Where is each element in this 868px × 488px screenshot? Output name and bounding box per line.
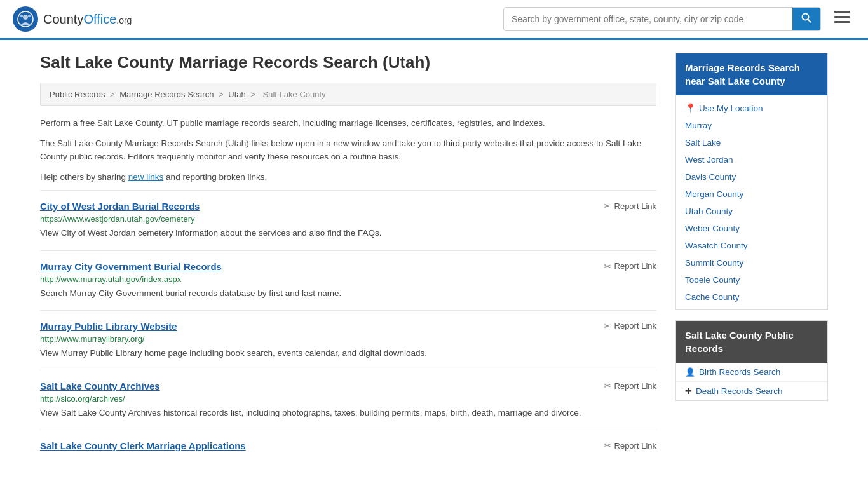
breadcrumb: Public Records > Marriage Records Search… — [40, 83, 656, 106]
breadcrumb-public-records[interactable]: Public Records — [50, 90, 105, 99]
logo-area: CountyOffice.org — [13, 6, 132, 32]
nearby-link[interactable]: Summit County — [685, 258, 743, 268]
record-url: https://www.westjordan.utah.gov/cemetery — [40, 214, 656, 224]
record-title-row: City of West Jordan Burial Records ✂ Rep… — [40, 201, 656, 212]
new-links-link[interactable]: new links — [128, 172, 164, 182]
death-records-icon: ✚ — [685, 386, 692, 396]
svg-point-4 — [803, 14, 809, 20]
nearby-wasatch-county[interactable]: Wasatch County — [676, 237, 827, 254]
report-link[interactable]: ✂ Report Link — [604, 381, 656, 391]
report-link[interactable]: ✂ Report Link — [604, 261, 656, 271]
record-title-link[interactable]: Murray City Government Burial Records — [40, 261, 222, 272]
search-input[interactable] — [504, 9, 792, 29]
breadcrumb-salt-lake-county: Salt Lake County — [263, 90, 326, 99]
record-title-row: Murray City Government Burial Records ✂ … — [40, 261, 656, 272]
nearby-link[interactable]: Davis County — [685, 172, 736, 182]
nearby-tooele-county[interactable]: Tooele County — [676, 271, 827, 288]
site-header: CountyOffice.org — [0, 0, 868, 40]
report-link[interactable]: ✂ Report Link — [604, 321, 656, 331]
nearby-murray[interactable]: Murray — [676, 117, 827, 134]
search-button[interactable] — [792, 8, 820, 30]
nearby-davis-county[interactable]: Davis County — [676, 168, 827, 186]
nearby-link[interactable]: Utah County — [685, 207, 733, 216]
report-icon: ✂ — [604, 201, 611, 211]
use-location-link[interactable]: Use My Location — [699, 104, 763, 113]
record-entry: Murray Public Library Website ✂ Report L… — [40, 310, 656, 370]
report-link[interactable]: ✂ Report Link — [604, 201, 656, 211]
record-entry: Salt Lake County Clerk Marriage Applicat… — [40, 430, 656, 464]
record-title-link[interactable]: Murray Public Library Website — [40, 321, 177, 332]
record-desc: View City of West Jordan cemetery inform… — [40, 227, 656, 240]
record-title-row: Salt Lake County Archives ✂ Report Link — [40, 381, 656, 391]
main-content: Salt Lake County Marriage Records Search… — [21, 40, 847, 477]
intro-text-1: Perform a free Salt Lake County, UT publ… — [40, 116, 656, 130]
svg-rect-7 — [834, 16, 850, 18]
nearby-link[interactable]: Morgan County — [685, 189, 743, 199]
breadcrumb-marriage-records[interactable]: Marriage Records Search — [119, 90, 214, 99]
nearby-header: Marriage Records Search near Salt Lake C… — [676, 53, 827, 95]
death-records-link[interactable]: Death Records Search — [696, 386, 783, 396]
record-url: http://www.murray.utah.gov/index.aspx — [40, 274, 656, 284]
nearby-salt-lake[interactable]: Salt Lake — [676, 134, 827, 151]
nearby-west-jordan[interactable]: West Jordan — [676, 151, 827, 168]
record-url: http://slco.org/archives/ — [40, 394, 656, 403]
svg-line-5 — [808, 20, 811, 23]
intro-text-2: The Salt Lake County Marriage Records Se… — [40, 137, 656, 164]
record-entry: Murray City Government Burial Records ✂ … — [40, 250, 656, 310]
nearby-link[interactable]: Tooele County — [685, 275, 740, 285]
nearby-link[interactable]: Murray — [685, 121, 712, 130]
record-title-link[interactable]: Salt Lake County Clerk Marriage Applicat… — [40, 440, 246, 451]
breadcrumb-utah[interactable]: Utah — [228, 90, 245, 99]
hamburger-menu-icon[interactable] — [829, 8, 855, 30]
svg-point-2 — [20, 15, 23, 17]
record-title-row: Salt Lake County Clerk Marriage Applicat… — [40, 440, 656, 451]
public-records-section: Salt Lake County Public Records 👤 Birth … — [675, 320, 828, 401]
report-icon: ✂ — [604, 440, 611, 451]
left-column: Salt Lake County Marriage Records Search… — [40, 53, 656, 464]
breadcrumb-sep3: > — [250, 90, 257, 99]
birth-records-item[interactable]: 👤 Birth Records Search — [676, 363, 827, 382]
page-title: Salt Lake County Marriage Records Search… — [40, 53, 656, 72]
report-link[interactable]: ✂ Report Link — [604, 440, 656, 451]
header-right — [503, 7, 855, 31]
death-records-item[interactable]: ✚ Death Records Search — [676, 382, 827, 400]
right-sidebar: Marriage Records Search near Salt Lake C… — [675, 53, 828, 464]
public-records-header: Salt Lake County Public Records — [676, 321, 827, 363]
birth-records-link[interactable]: Birth Records Search — [699, 367, 780, 377]
nearby-link[interactable]: West Jordan — [685, 155, 733, 165]
record-title-link[interactable]: City of West Jordan Burial Records — [40, 201, 200, 212]
nearby-link[interactable]: Weber County — [685, 224, 740, 233]
location-pin-icon: 📍 — [685, 103, 696, 113]
nearby-link[interactable]: Wasatch County — [685, 241, 748, 250]
nearby-weber-county[interactable]: Weber County — [676, 220, 827, 237]
public-records-list: 👤 Birth Records Search ✚ Death Records S… — [676, 363, 827, 400]
report-icon: ✂ — [604, 261, 611, 271]
nearby-link[interactable]: Salt Lake — [685, 138, 721, 147]
svg-point-3 — [28, 15, 31, 17]
nearby-cache-county[interactable]: Cache County — [676, 288, 827, 306]
nearby-morgan-county[interactable]: Morgan County — [676, 186, 827, 203]
nearby-utah-county[interactable]: Utah County — [676, 203, 827, 220]
svg-rect-6 — [834, 11, 850, 13]
nearby-records-section: Marriage Records Search near Salt Lake C… — [675, 53, 828, 310]
record-desc: View Murray Public Library home page inc… — [40, 347, 656, 360]
record-title-link[interactable]: Salt Lake County Archives — [40, 381, 160, 391]
svg-point-1 — [23, 15, 28, 20]
breadcrumb-sep2: > — [219, 90, 226, 99]
record-entry: Salt Lake County Archives ✂ Report Link … — [40, 370, 656, 430]
record-url: http://www.murraylibrary.org/ — [40, 334, 656, 344]
record-desc: View Salt Lake County Archives historica… — [40, 407, 656, 419]
nearby-summit-county[interactable]: Summit County — [676, 254, 827, 271]
report-icon: ✂ — [604, 321, 611, 331]
search-bar — [503, 7, 821, 31]
logo-text: CountyOffice.org — [43, 12, 132, 27]
help-text: Help others by sharing new links and rep… — [40, 170, 656, 184]
svg-rect-8 — [834, 21, 850, 23]
record-entry: City of West Jordan Burial Records ✂ Rep… — [40, 190, 656, 250]
record-desc: Search Murray City Government burial rec… — [40, 287, 656, 300]
nearby-list: 📍 Use My Location Murray Salt Lake West … — [676, 95, 827, 309]
nearby-link[interactable]: Cache County — [685, 292, 740, 302]
use-location-item[interactable]: 📍 Use My Location — [676, 99, 827, 117]
breadcrumb-sep1: > — [110, 90, 117, 99]
logo-icon — [13, 6, 38, 32]
